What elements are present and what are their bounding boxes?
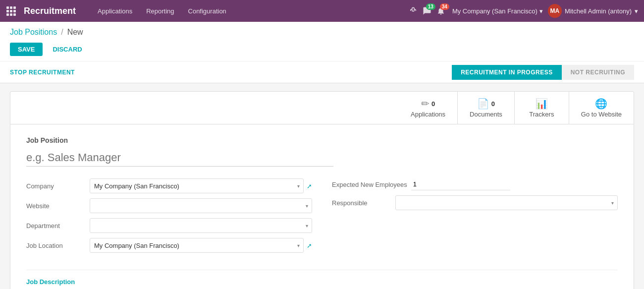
top-navigation: Recruitment Applications Reporting Confi… [0,0,644,22]
notification-icon[interactable]: 34 [436,6,445,15]
chat-icon[interactable]: 13 [423,6,431,15]
action-bar: SAVE DISCARD [0,40,644,61]
svg-rect-7 [10,13,12,16]
app-brand: Recruitment [24,6,76,16]
svg-rect-4 [10,10,12,12]
responsible-select-wrapper: ▾ [395,195,618,210]
breadcrumb-separator: / [61,28,63,37]
user-menu[interactable]: MA Mitchell Admin (antony) ▾ [548,4,638,18]
company-selector[interactable]: My Company (San Francisco) ▾ [452,7,543,15]
user-name: Mitchell Admin (antony) [565,7,632,15]
form-divider [26,270,618,270]
job-location-external-link-icon[interactable]: ➚ [307,242,312,249]
svg-rect-6 [6,13,9,16]
field-responsible: Responsible ▾ [332,195,618,210]
expected-employees-label: Expected New Employees [332,181,407,188]
main-content: ✏ 0 Applications 📄 0 Documents 📊 Tracker… [0,83,644,289]
company-select-wrapper: My Company (San Francisco) ▾ [90,178,304,193]
smart-btn-website[interactable]: 🌐 Go to Website [569,92,634,124]
chat-badge: 13 [426,3,435,10]
department-select[interactable] [90,218,312,233]
form-section-title: Job Position [26,136,618,144]
field-expected-employees: Expected New Employees [332,178,618,190]
status-bar: STOP RECRUITMENT RECRUITMENT IN PROGRESS… [0,61,644,83]
form-col-right: Expected New Employees Responsible [332,178,618,258]
smart-btn-documents[interactable]: 📄 0 Documents [458,92,515,124]
form-col-left: Company My Company (San Francisco) ▾ ➚ [26,178,312,258]
department-label: Department [26,222,86,230]
svg-rect-0 [6,6,9,9]
user-dropdown-icon: ▾ [635,7,638,15]
form-body: Job Position Company My Company (San Fra… [10,124,634,289]
field-company: Company My Company (San Francisco) ▾ ➚ [26,178,312,193]
bug-icon[interactable] [409,6,418,15]
documents-label: Documents [470,111,502,118]
field-job-location: Job Location My Company (San Francisco) … [26,238,312,253]
job-description-label: Job Description [26,278,618,286]
responsible-value: ▾ [395,195,618,210]
nav-configuration[interactable]: Configuration [182,4,232,18]
breadcrumb-parent[interactable]: Job Positions [10,28,57,37]
job-location-select[interactable]: My Company (San Francisco) [90,238,304,253]
department-select-wrapper: ▾ [90,218,312,233]
website-label-field: Website [26,202,86,210]
breadcrumb: Job Positions / New [0,22,644,40]
smart-btn-applications[interactable]: ✏ 0 Applications [399,92,458,124]
svg-rect-3 [6,10,9,12]
document-icon: 📄 [477,98,489,110]
form-fields: Company My Company (San Francisco) ▾ ➚ [26,178,618,258]
expected-employees-input[interactable] [411,178,510,190]
nav-right: 13 34 My Company (San Francisco) ▾ MA Mi… [409,4,638,18]
apps-grid-icon[interactable] [6,6,16,16]
company-name: My Company (San Francisco) [452,7,537,15]
documents-count: 0 [491,100,495,108]
website-select-wrapper: ▾ [90,198,312,213]
job-location-value: My Company (San Francisco) ▾ ➚ [90,238,312,253]
svg-rect-8 [13,13,16,16]
field-website: Website ▾ [26,198,312,213]
user-avatar: MA [548,4,562,18]
department-value: ▾ [90,218,312,233]
field-department: Department ▾ [26,218,312,233]
nav-reporting[interactable]: Reporting [140,4,180,18]
responsible-label: Responsible [332,199,391,207]
expected-employees-value [411,178,618,190]
pencil-icon: ✏ [421,98,429,110]
job-location-label: Job Location [26,242,86,249]
discard-button[interactable]: DISCARD [47,43,88,56]
form-card: ✏ 0 Applications 📄 0 Documents 📊 Tracker… [10,91,634,289]
website-value: ▾ [90,198,312,213]
applications-label: Applications [411,111,445,118]
job-position-input[interactable] [26,149,333,167]
breadcrumb-current: New [67,28,83,37]
nav-applications[interactable]: Applications [92,4,138,18]
company-value: My Company (San Francisco) ▾ ➚ [90,178,312,193]
globe-icon: 🌐 [595,98,607,110]
stop-recruitment-button[interactable]: STOP RECRUITMENT [10,69,75,76]
company-label: Company [26,182,86,190]
website-label: Go to Website [581,111,622,118]
trackers-label: Trackers [529,111,554,118]
applications-count: 0 [431,100,435,108]
smart-buttons-row: ✏ 0 Applications 📄 0 Documents 📊 Tracker… [10,92,634,124]
nav-menu: Applications Reporting Configuration [92,4,401,18]
website-select[interactable] [90,198,312,213]
notification-badge: 34 [440,3,449,10]
smart-btn-trackers[interactable]: 📊 Trackers [515,92,569,124]
pill-recruiting[interactable]: RECRUITMENT IN PROGRESS [452,65,562,80]
status-pills: RECRUITMENT IN PROGRESS NOT RECRUITING [452,65,634,80]
svg-rect-2 [13,6,16,9]
company-dropdown-icon: ▾ [539,7,543,15]
chart-icon: 📊 [536,98,548,110]
company-select[interactable]: My Company (San Francisco) [90,178,304,193]
job-location-select-wrapper: My Company (San Francisco) ▾ [90,238,304,253]
save-button[interactable]: SAVE [10,43,43,56]
pill-not-recruiting[interactable]: NOT RECRUITING [562,65,634,80]
company-external-link-icon[interactable]: ➚ [307,182,312,190]
svg-rect-5 [13,10,16,12]
responsible-select[interactable] [395,195,618,210]
svg-rect-1 [10,6,12,9]
